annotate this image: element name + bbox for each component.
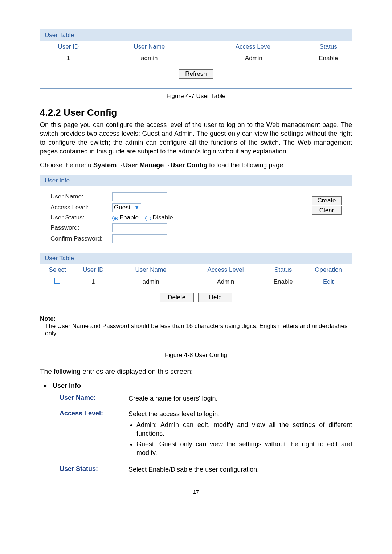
- panel-title: User Table: [40, 29, 352, 41]
- th-access: Access Level: [190, 264, 261, 276]
- cell-access: Admin: [202, 53, 305, 64]
- panel-title: User Table: [40, 253, 352, 264]
- row-checkbox[interactable]: [54, 278, 60, 284]
- label-username: User Name:: [50, 193, 112, 200]
- th-select: Select: [40, 264, 74, 276]
- chevron-down-icon: ▼: [134, 205, 139, 210]
- user-table-panel-1: User Table User ID User Name Access Leve…: [40, 29, 352, 89]
- label-userstatus: User Status:: [50, 214, 112, 221]
- section-number: 4.2.2: [40, 107, 61, 118]
- cell-username: admin: [112, 276, 190, 288]
- note-title: Note:: [40, 315, 352, 323]
- radio-enable[interactable]: [112, 216, 118, 221]
- desc-section-head: ➢ User Info: [43, 382, 352, 390]
- create-button[interactable]: Create: [312, 196, 342, 205]
- desc-def-username: Create a name for users' login.: [128, 394, 352, 403]
- desc-term-userstatus: User Status:: [60, 465, 128, 474]
- chevron-right-icon: ➢: [43, 382, 48, 389]
- panel-title: User Info: [40, 175, 352, 186]
- label-password: Password:: [50, 224, 112, 231]
- note-block: Note: The User Name and Password should …: [40, 315, 352, 337]
- user-table-1: User ID User Name Access Level Status 1 …: [40, 41, 352, 64]
- user-info-panel: User Info User Name: Access Level: Guest…: [40, 175, 352, 312]
- th-userid: User ID: [40, 41, 96, 53]
- radio-enable-label: Enable: [119, 214, 139, 221]
- note-text: The User Name and Password should be les…: [45, 323, 352, 337]
- desc-bullet-admin: Admin: Admin can edit, modify and view a…: [136, 420, 352, 438]
- desc-term-username: User Name:: [60, 394, 128, 403]
- refresh-button[interactable]: Refresh: [179, 69, 213, 79]
- section-heading: 4.2.2 User Config: [40, 107, 352, 118]
- table-row: 1 admin Admin Enable: [40, 53, 352, 64]
- section-title: User Config: [64, 107, 117, 118]
- entries-intro: The following entries are displayed on t…: [40, 368, 352, 376]
- th-username: User Name: [112, 264, 190, 276]
- paragraph-intro: On this page you can configure the acces…: [40, 120, 352, 156]
- user-table-2: Select User ID User Name Access Level St…: [40, 264, 352, 288]
- cell-userid: 1: [40, 53, 96, 64]
- password-input[interactable]: [112, 223, 167, 232]
- th-access: Access Level: [202, 41, 305, 53]
- th-status: Status: [261, 264, 305, 276]
- cell-status: Enable: [305, 53, 352, 64]
- cell-status: Enable: [261, 276, 305, 288]
- menu-post: to load the following page.: [207, 161, 285, 169]
- desc-def-userstatus: Select Enable/Disable the user configura…: [128, 465, 352, 474]
- page-number: 17: [40, 489, 352, 495]
- figure-caption-8: Figure 4-8 User Config: [40, 352, 352, 359]
- desc-def-accesslevel-text: Select the access level to login.: [128, 410, 220, 418]
- cell-userid: 1: [74, 276, 112, 288]
- cell-username: admin: [96, 53, 202, 64]
- radio-disable-label: Disable: [152, 214, 173, 221]
- figure-caption-7: Figure 4-7 User Table: [40, 93, 352, 100]
- th-status: Status: [305, 41, 352, 53]
- table-row: 1 admin Admin Enable Edit: [40, 276, 352, 288]
- cell-access: Admin: [190, 276, 261, 288]
- menu-pre: Choose the menu: [40, 161, 93, 169]
- th-operation: Operation: [305, 264, 352, 276]
- desc-bullet-guest: Guest: Guest only can view the settings …: [136, 440, 352, 457]
- label-accesslevel: Access Level:: [50, 204, 112, 211]
- desc-section-title: User Info: [53, 382, 81, 390]
- username-input[interactable]: [112, 192, 167, 201]
- select-value: Guest: [114, 204, 130, 211]
- confirm-password-input[interactable]: [112, 234, 167, 243]
- edit-link[interactable]: Edit: [323, 278, 334, 285]
- access-level-select[interactable]: Guest ▼: [112, 203, 141, 212]
- th-userid: User ID: [74, 264, 112, 276]
- menu-path-line: Choose the menu System→User Manage→User …: [40, 161, 352, 169]
- delete-button[interactable]: Delete: [160, 293, 194, 302]
- clear-button[interactable]: Clear: [312, 206, 342, 215]
- menu-path: System→User Manage→User Config: [93, 161, 207, 169]
- desc-term-accesslevel: Access Level:: [60, 410, 128, 459]
- radio-disable[interactable]: [145, 216, 151, 221]
- help-button[interactable]: Help: [198, 293, 232, 302]
- th-username: User Name: [96, 41, 202, 53]
- label-confirm: Confirm Password:: [50, 235, 112, 242]
- desc-def-accesslevel: Select the access level to login. Admin:…: [128, 410, 352, 459]
